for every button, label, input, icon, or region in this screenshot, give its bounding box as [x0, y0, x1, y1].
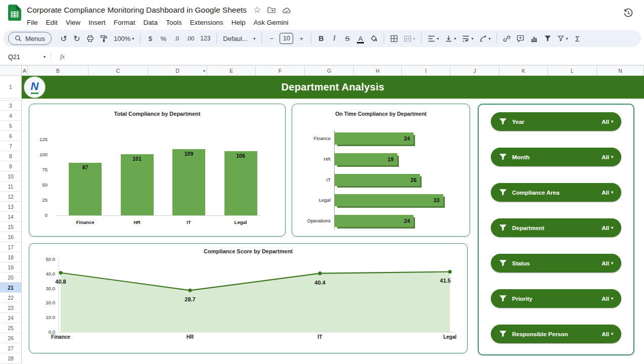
- row-header-21[interactable]: 21: [0, 283, 21, 293]
- text-color-button[interactable]: A: [354, 32, 366, 45]
- menu-ask-gemini[interactable]: Ask Gemini: [249, 17, 292, 28]
- row-header-5[interactable]: 5: [0, 121, 21, 131]
- menu-extensions[interactable]: Extensions: [186, 17, 227, 28]
- column-header-H[interactable]: H: [354, 66, 402, 75]
- italic-button[interactable]: I: [328, 32, 340, 45]
- filter-views-button[interactable]: ▾: [555, 32, 570, 45]
- column-header-D[interactable]: D▾: [148, 66, 207, 75]
- column-header-C[interactable]: C: [88, 66, 148, 75]
- undo-button[interactable]: ↺: [58, 32, 70, 45]
- row-header-14[interactable]: 14: [0, 212, 21, 222]
- column-header-F[interactable]: F: [256, 66, 305, 75]
- row-header-8[interactable]: 8: [0, 151, 21, 161]
- star-icon[interactable]: ☆: [253, 5, 261, 15]
- row-header-19[interactable]: 19: [0, 262, 21, 272]
- column-header-B[interactable]: B: [28, 66, 88, 75]
- menu-format[interactable]: Format: [110, 17, 140, 28]
- font-select[interactable]: Defaul...▾: [220, 32, 258, 45]
- menu-edit[interactable]: Edit: [42, 17, 62, 28]
- select-all-corner[interactable]: [0, 66, 22, 75]
- menu-tools[interactable]: Tools: [162, 17, 186, 28]
- row-header-7[interactable]: 7: [0, 141, 21, 151]
- slicer-value-dropdown[interactable]: All ▾: [602, 296, 613, 302]
- slicer-value-dropdown[interactable]: All ▾: [602, 119, 613, 125]
- bold-button[interactable]: B: [315, 32, 327, 45]
- slicer-value-dropdown[interactable]: All ▾: [602, 260, 613, 266]
- row-header-28[interactable]: 28: [0, 353, 21, 363]
- fill-color-button[interactable]: [367, 32, 380, 45]
- chart-compliance-score-by-department[interactable]: Compliance Score by Department 0.010.020…: [29, 243, 468, 353]
- menu-help[interactable]: Help: [227, 17, 250, 28]
- row-header-18[interactable]: 18: [0, 252, 21, 262]
- row-header-27[interactable]: 27: [0, 343, 21, 353]
- menu-insert[interactable]: Insert: [84, 17, 110, 28]
- redo-button[interactable]: ↻: [71, 32, 83, 45]
- row-header-22[interactable]: 22: [0, 293, 21, 303]
- text-rotation-button[interactable]: ▾: [477, 32, 493, 45]
- vertical-align-button[interactable]: ▾: [442, 32, 458, 45]
- google-sheets-logo[interactable]: [8, 5, 21, 21]
- slicer-status[interactable]: StatusAll ▾: [491, 254, 621, 272]
- percent-format-button[interactable]: %: [157, 32, 169, 45]
- menu-data[interactable]: Data: [140, 17, 162, 28]
- number-format-button[interactable]: 123: [198, 32, 213, 45]
- slicer-responsible-person[interactable]: Responsible PersonAll ▾: [491, 325, 621, 343]
- row-header-24[interactable]: 24: [0, 313, 21, 323]
- row-header-15[interactable]: 15: [0, 222, 21, 232]
- increase-decimal-button[interactable]: .00: [183, 32, 197, 45]
- column-header-N[interactable]: N: [597, 66, 644, 75]
- document-title[interactable]: Corporate Compliance Monitoring Dashboar…: [27, 6, 247, 15]
- row-header-12[interactable]: 12: [0, 192, 21, 202]
- slicer-compliance-area[interactable]: Compliance AreaAll ▾: [491, 183, 621, 202]
- strikethrough-button[interactable]: S: [341, 32, 353, 45]
- slicer-year[interactable]: YearAll ▾: [491, 112, 621, 131]
- formula-input[interactable]: [70, 49, 644, 65]
- insert-chart-button[interactable]: [528, 32, 540, 45]
- slicer-month[interactable]: MonthAll ▾: [491, 148, 621, 166]
- column-header-A[interactable]: A: [22, 66, 28, 75]
- increase-font-size-button[interactable]: +: [295, 32, 307, 45]
- font-size-input[interactable]: 10: [280, 33, 293, 44]
- column-header-E[interactable]: E: [207, 66, 256, 75]
- row-header-17[interactable]: 17: [0, 242, 21, 252]
- slicer-value-dropdown[interactable]: All ▾: [602, 190, 613, 196]
- chart-on-time-compliance-by-department[interactable]: On Time Compliance by Department Finance…: [292, 104, 470, 237]
- row-header-4[interactable]: 4: [0, 111, 21, 121]
- row-header-9[interactable]: 9: [0, 161, 21, 171]
- version-history-icon[interactable]: [623, 8, 634, 19]
- create-filter-button[interactable]: [541, 32, 554, 45]
- slicer-value-dropdown[interactable]: All ▾: [602, 331, 613, 337]
- cloud-saved-icon[interactable]: [282, 7, 291, 14]
- column-header-L[interactable]: L: [548, 66, 597, 75]
- chart-total-compliance-by-department[interactable]: Total Compliance by Department 025507510…: [29, 104, 286, 237]
- print-button[interactable]: [84, 32, 97, 45]
- column-header-G[interactable]: G: [305, 66, 354, 75]
- row-header-10[interactable]: 10: [0, 171, 21, 181]
- move-to-folder-icon[interactable]: [267, 6, 275, 14]
- row-header-23[interactable]: 23: [0, 303, 21, 313]
- row-header-3[interactable]: 3: [0, 101, 21, 111]
- row-header-25[interactable]: 25: [0, 323, 21, 333]
- column-header-I[interactable]: I: [402, 66, 450, 75]
- text-wrap-button[interactable]: ▾: [459, 32, 476, 45]
- menu-file[interactable]: File: [23, 17, 42, 28]
- row-header-16[interactable]: 16: [0, 232, 21, 242]
- column-filter-dropdown-icon[interactable]: ▾: [203, 68, 205, 73]
- name-box[interactable]: Q21 ▾: [4, 54, 48, 61]
- zoom-select[interactable]: 100%▾: [111, 32, 136, 45]
- decrease-decimal-button[interactable]: .0: [170, 32, 182, 45]
- decrease-font-size-button[interactable]: −: [265, 32, 278, 45]
- menu-view[interactable]: View: [62, 17, 84, 28]
- borders-button[interactable]: [388, 32, 400, 45]
- insert-comment-button[interactable]: [514, 32, 527, 45]
- insert-link-button[interactable]: [500, 32, 513, 45]
- currency-format-button[interactable]: $: [144, 32, 156, 45]
- sheet-area[interactable]: N Department Analysis Total Compliance b…: [22, 76, 644, 363]
- row-header-11[interactable]: 11: [0, 181, 21, 192]
- row-header-20[interactable]: 20: [0, 272, 21, 283]
- row-header-26[interactable]: 26: [0, 333, 21, 343]
- functions-button[interactable]: Σ: [571, 32, 583, 45]
- column-header-J[interactable]: J: [450, 66, 499, 75]
- row-header-6[interactable]: 6: [0, 131, 21, 141]
- menus-button[interactable]: Menus: [8, 32, 52, 45]
